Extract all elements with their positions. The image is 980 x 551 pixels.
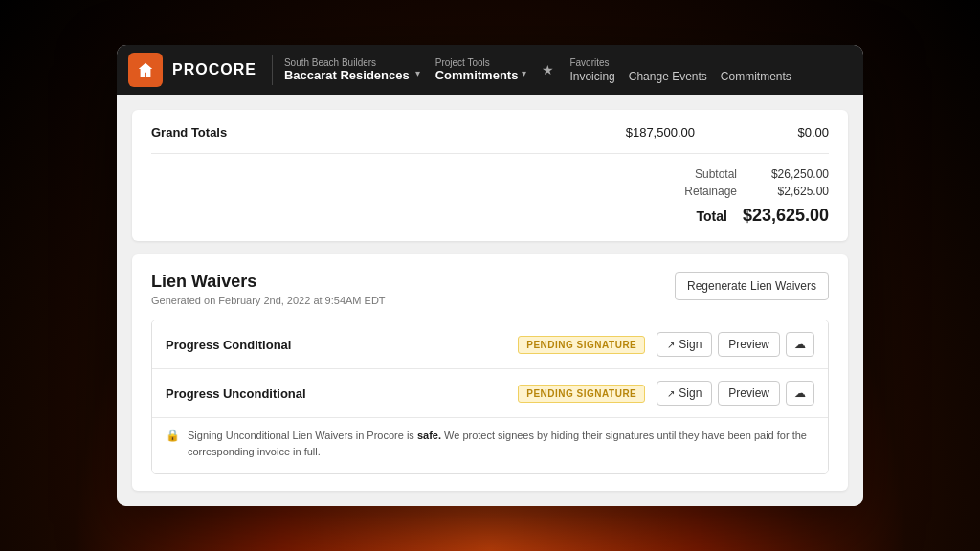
tool-selector[interactable]: Project Tools Commitments [435,57,519,82]
lien-waivers-card: Lien Waivers Generated on February 2nd, … [132,254,848,491]
waiver-row-progress-unconditional: Progress Unconditional PENDING SIGNATURE… [152,369,828,418]
nav-divider [272,55,273,85]
favorites-label: Favorites [569,57,791,68]
project-selector[interactable]: South Beach Builders Baccarat Residences [284,57,410,82]
lock-icon: 🔒 [166,429,180,442]
download-icon-conditional: ☁ [794,338,806,351]
total-row: Total $23,625.00 [151,206,829,226]
download-button-unconditional[interactable]: ☁ [786,381,814,406]
lien-waivers-subtitle: Generated on February 2nd, 2022 at 9:54A… [151,295,386,306]
app-window: PROCORE South Beach Builders Baccarat Re… [117,45,863,506]
grand-totals-label: Grand Totals [151,125,590,140]
fav-item-commitments[interactable]: Commitments [721,70,791,83]
tool-chevron-icon[interactable]: ▾ [522,68,526,78]
waiver-list: Progress Conditional PENDING SIGNATURE ↗… [151,320,829,474]
grand-totals-amount2: $0.00 [752,125,829,140]
home-button[interactable] [128,53,163,87]
lien-waivers-title-group: Lien Waivers Generated on February 2nd, … [151,272,386,306]
pending-badge-conditional: PENDING SIGNATURE [518,336,645,354]
project-sub-label: South Beach Builders [284,57,410,68]
sign-label-unconditional: Sign [679,386,702,400]
waiver-name-conditional: Progress Conditional [166,338,506,352]
subtotal-row: Subtotal $26,250.00 [151,167,829,181]
favorites-star-icon[interactable]: ★ [542,62,554,77]
favorites-section: Favorites Invoicing Change Events Commit… [569,57,791,83]
grand-totals-amount1: $187,500.00 [590,125,695,140]
totals-card: Grand Totals $187,500.00 $0.00 Subtotal … [132,110,848,241]
lien-waivers-header: Lien Waivers Generated on February 2nd, … [151,272,829,306]
security-note: 🔒 Signing Unconditional Lien Waivers in … [152,418,828,473]
waiver-row-progress-conditional: Progress Conditional PENDING SIGNATURE ↗… [152,320,828,369]
favorites-items: Invoicing Change Events Commitments [569,70,791,83]
fav-item-invoicing[interactable]: Invoicing [569,70,614,83]
total-label: Total [651,209,727,224]
tool-sub-label: Project Tools [435,57,519,68]
subtotal-label: Subtotal [660,167,737,181]
procore-logo: PROCORE [172,61,256,78]
home-icon [137,61,154,78]
external-link-icon: ↗ [667,340,675,350]
subtotal-value: $26,250.00 [752,167,829,181]
waiver-actions-unconditional: ↗ Sign Preview ☁ [657,381,814,406]
preview-button-unconditional[interactable]: Preview [718,381,780,406]
download-button-conditional[interactable]: ☁ [786,332,814,357]
total-value: $23,625.00 [743,206,829,226]
preview-button-conditional[interactable]: Preview [718,332,780,357]
retainage-label: Retainage [660,185,737,198]
tool-main-label: Commitments [435,68,519,82]
external-link-icon-2: ↗ [667,388,675,399]
sign-label-conditional: Sign [679,338,702,351]
download-icon-unconditional: ☁ [794,386,806,400]
retainage-row: Retainage $2,625.00 [151,185,829,198]
grand-totals-row: Grand Totals $187,500.00 $0.00 [151,125,829,154]
regenerate-lien-waivers-button[interactable]: Regenerate Lien Waivers [675,272,829,300]
main-content: Grand Totals $187,500.00 $0.00 Subtotal … [117,95,863,506]
lien-waivers-title: Lien Waivers [151,272,386,292]
retainage-value: $2,625.00 [752,185,829,198]
waiver-name-unconditional: Progress Unconditional [166,386,506,401]
project-chevron-icon[interactable]: ▾ [415,68,420,78]
project-main-label: Baccarat Residences [284,68,410,82]
waiver-actions-conditional: ↗ Sign Preview ☁ [657,332,814,357]
security-text: Signing Unconditional Lien Waivers in Pr… [188,428,814,459]
fav-item-change-events[interactable]: Change Events [629,70,707,83]
top-nav: PROCORE South Beach Builders Baccarat Re… [117,45,863,95]
sign-button-unconditional[interactable]: ↗ Sign [657,381,712,406]
sign-button-conditional[interactable]: ↗ Sign [657,332,712,357]
summary-rows: Subtotal $26,250.00 Retainage $2,625.00 … [151,167,829,226]
pending-badge-unconditional: PENDING SIGNATURE [518,385,645,403]
